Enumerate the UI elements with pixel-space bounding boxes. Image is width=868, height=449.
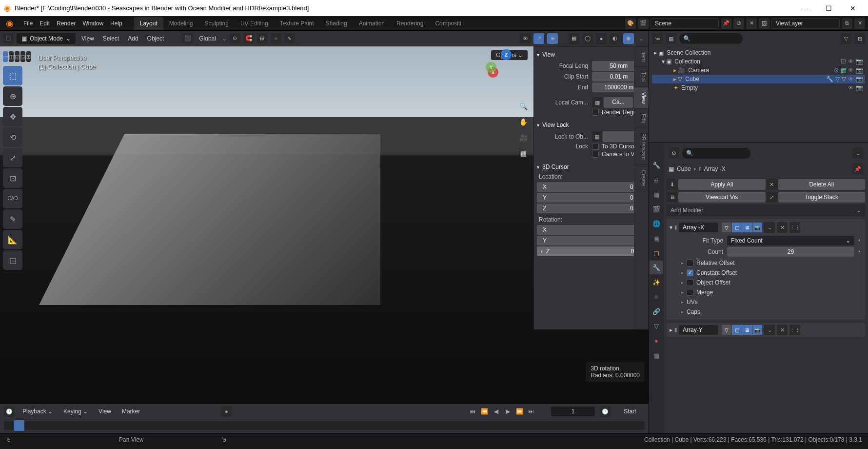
menu-edit[interactable]: Edit bbox=[39, 20, 50, 27]
view-panel-header[interactable]: View bbox=[537, 49, 646, 60]
prop-tab-texture-icon[interactable]: ▦ bbox=[650, 348, 663, 362]
lockobj-browse-icon[interactable]: ▦ bbox=[592, 131, 602, 142]
transform-tool-icon[interactable]: ⊡ bbox=[3, 168, 22, 188]
lockobj-input[interactable] bbox=[603, 131, 634, 142]
rotate-tool-icon[interactable]: ⟲ bbox=[3, 127, 22, 147]
annotate-tool-icon[interactable]: ✎ bbox=[3, 209, 22, 229]
prop-tab-viewlayer-icon[interactable]: ▦ bbox=[650, 187, 663, 201]
apply-all-button[interactable]: Apply All bbox=[678, 179, 766, 190]
mod-drag-icon[interactable]: ⋮⋮ bbox=[789, 325, 800, 335]
workspace-sculpting[interactable]: Sculpting bbox=[199, 17, 235, 30]
measure-tool-icon[interactable]: 📐 bbox=[3, 230, 22, 249]
keying-menu[interactable]: Keying ⌄ bbox=[60, 407, 91, 416]
tree-scene-collection[interactable]: ▸ ▣ Scene Collection bbox=[652, 48, 865, 57]
select-mode-2-icon[interactable]: ◫ bbox=[9, 51, 14, 62]
proportional-curve-icon[interactable]: ∿ bbox=[284, 33, 295, 44]
viewlock-panel-header[interactable]: View Lock bbox=[537, 120, 646, 130]
prop-tab-world-icon[interactable]: 🌐 bbox=[650, 217, 663, 230]
marker-menu[interactable]: Marker bbox=[119, 407, 143, 416]
select-mode-icon[interactable]: ▭ bbox=[3, 51, 8, 62]
pan-icon[interactable]: ✋ bbox=[517, 116, 530, 128]
minimize-button[interactable]: — bbox=[793, 4, 816, 12]
select-menu[interactable]: Select bbox=[100, 34, 122, 43]
axis-z-icon[interactable]: Z bbox=[501, 49, 512, 60]
add-modifier-dropdown[interactable]: Add Modifier⌄ bbox=[667, 204, 865, 216]
blender-logo-icon[interactable]: ◉ bbox=[3, 17, 17, 30]
jump-end-icon[interactable]: ⏭ bbox=[526, 406, 536, 417]
pin-scene-icon[interactable]: 📌 bbox=[721, 18, 731, 29]
caps-section[interactable]: Caps bbox=[670, 307, 862, 317]
mod-editmode-icon[interactable]: ▽ bbox=[722, 223, 731, 232]
workspace-compositing[interactable]: Compositi bbox=[429, 17, 467, 30]
render-icon[interactable]: 📷 bbox=[856, 84, 863, 91]
workspace-texpaint[interactable]: Texture Paint bbox=[274, 17, 320, 30]
camera-view-icon[interactable]: 🎥 bbox=[517, 131, 530, 144]
menu-help[interactable]: Help bbox=[110, 20, 122, 27]
fit-type-dropdown[interactable]: Fixed Count ⌄ bbox=[727, 236, 854, 245]
timeline-track[interactable] bbox=[4, 421, 645, 430]
delete-all-button[interactable]: Delete All bbox=[778, 179, 866, 190]
object-offset-toggle[interactable]: Object Offset bbox=[670, 278, 862, 287]
viewport-vis-button[interactable]: Viewport Vis bbox=[678, 192, 766, 203]
mode-dropdown[interactable]: ▦ Object Mode ⌄ bbox=[17, 33, 76, 44]
uvs-section[interactable]: UVs bbox=[670, 297, 862, 307]
exclude-checkbox[interactable]: ☑ bbox=[841, 58, 846, 65]
workspace-uv[interactable]: UV Editing bbox=[235, 17, 274, 30]
visibility-icon[interactable]: 👁 bbox=[520, 33, 531, 44]
select-mode-4-icon[interactable]: ◲ bbox=[20, 51, 25, 62]
render-icon[interactable]: 📷 bbox=[856, 67, 863, 74]
props-options-icon[interactable]: ⌄ bbox=[852, 148, 863, 159]
npanel-tab-prisocam[interactable]: PR Isocam bbox=[634, 128, 649, 165]
start-frame-label[interactable]: Start bbox=[615, 407, 645, 416]
delete-icon[interactable]: ✕ bbox=[767, 179, 777, 190]
snap-target-icon[interactable]: ⊞ bbox=[257, 33, 268, 44]
eye-icon[interactable]: 👁 bbox=[848, 76, 854, 82]
move-tool-icon[interactable]: ✥ bbox=[3, 107, 22, 126]
filter-icon[interactable]: ▽ bbox=[841, 33, 851, 44]
npanel-tab-create[interactable]: Create bbox=[634, 165, 649, 191]
play-icon[interactable]: ▶ bbox=[502, 406, 513, 417]
localcam-browse-icon[interactable]: ▦ bbox=[592, 97, 603, 108]
tree-empty[interactable]: ✦ Empty 👁📷 bbox=[652, 83, 865, 92]
mod-cage-icon[interactable]: ▢ bbox=[732, 223, 742, 232]
scene-name-input[interactable] bbox=[651, 18, 719, 29]
render-icon[interactable]: 📷 bbox=[856, 58, 863, 65]
toggle-stack-button[interactable]: Toggle Stack bbox=[778, 192, 866, 203]
workspace-layout[interactable]: Layout bbox=[134, 17, 163, 30]
cursor-rot-x-input[interactable]: X0° bbox=[537, 225, 646, 235]
pivot-icon[interactable]: ⊙ bbox=[230, 33, 240, 44]
delete-scene-icon[interactable]: ✕ bbox=[746, 18, 757, 29]
props-search-input[interactable] bbox=[682, 148, 750, 159]
ortho-toggle-icon[interactable]: ▦ bbox=[517, 147, 530, 160]
lock-3dcursor-checkbox[interactable] bbox=[592, 143, 599, 150]
shading-rendered-icon[interactable]: ◉ bbox=[623, 33, 634, 44]
expand-icon[interactable]: ⤢ bbox=[767, 192, 777, 203]
shading-wire-icon[interactable]: ◯ bbox=[582, 33, 593, 44]
jump-next-key-icon[interactable]: ⏩ bbox=[514, 406, 525, 417]
cursor-rot-z-input[interactable]: ‹ Z0° › bbox=[537, 246, 646, 256]
cad-tool-icon[interactable]: CAD bbox=[3, 189, 22, 208]
npanel-tab-edit[interactable]: Edit bbox=[634, 109, 649, 128]
mod-extra-icon[interactable]: ⌄ bbox=[764, 222, 775, 233]
snap-icon[interactable]: 🧲 bbox=[243, 33, 254, 44]
3dcursor-panel-header[interactable]: 3D Cursor bbox=[537, 162, 646, 172]
scene-browse-icon[interactable]: 🎨 bbox=[625, 18, 636, 29]
prop-tab-constraints-icon[interactable]: 🔗 bbox=[650, 305, 663, 318]
chevron-down-icon[interactable]: ⌄ bbox=[637, 35, 646, 42]
viewport-icon[interactable]: 🖥 bbox=[667, 192, 677, 203]
prop-tab-object-icon[interactable]: ▢ bbox=[650, 246, 663, 260]
orientation-icon[interactable]: ⬛ bbox=[182, 33, 193, 44]
props-editor-icon[interactable]: ⚙ bbox=[669, 148, 679, 159]
menu-window[interactable]: Window bbox=[82, 20, 103, 27]
select-tool-icon[interactable]: ⬚ bbox=[3, 66, 22, 85]
mod-drag-icon[interactable]: ⋮⋮ bbox=[789, 222, 800, 233]
outliner-display-icon[interactable]: ▦ bbox=[666, 33, 676, 44]
relative-offset-toggle[interactable]: Relative Offset bbox=[670, 258, 862, 268]
viewlayer-name-input[interactable] bbox=[771, 18, 840, 29]
prop-tab-modifiers-icon[interactable]: 🔧 bbox=[650, 261, 663, 274]
eye-icon[interactable]: 👁 bbox=[848, 58, 854, 65]
mod-editmode-icon[interactable]: ▽ bbox=[722, 325, 731, 335]
cam-to-view-checkbox[interactable] bbox=[592, 151, 599, 158]
object-menu[interactable]: Object bbox=[144, 34, 167, 43]
mod-delete-icon[interactable]: ✕ bbox=[777, 222, 788, 233]
